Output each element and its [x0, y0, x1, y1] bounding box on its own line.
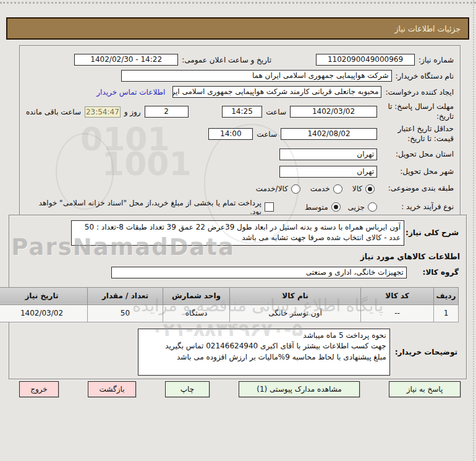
- page-title: جزئیات اطلاعات نیاز: [395, 24, 461, 33]
- classification-option-goods-service: کالا/خدمت: [256, 184, 300, 194]
- buyer-org-label: نام دستگاه خریدار:: [396, 72, 454, 80]
- classification-label: طبقه بندی موضوعی:: [385, 184, 454, 194]
- col-quantity: تعداد / مقدار: [88, 287, 163, 304]
- need-description-row: شرح کلی نیاز: آون ایرباس همراه با دسته و…: [14, 220, 461, 246]
- buyer-contact-link[interactable]: اطلاعات تماس خریدار: [96, 88, 165, 97]
- announce-datetime-label: تاریخ و ساعت اعلان عمومی:: [182, 56, 271, 64]
- response-deadline-date[interactable]: 1402/03/02: [290, 106, 377, 118]
- col-count-unit: واحد شمارش: [163, 287, 230, 304]
- view-attachments-button[interactable]: مشاهده مدارک پیوستی (1): [239, 381, 360, 397]
- buyer-notes-label: توضیحات خریدار:: [395, 348, 457, 356]
- radio-service[interactable]: [333, 184, 342, 194]
- response-deadline-time[interactable]: 14:25: [222, 106, 263, 118]
- price-validity-date[interactable]: 1402/08/02: [281, 128, 377, 140]
- product-group-value[interactable]: تجهیزات خانگی، اداری و صنعتی: [111, 267, 407, 278]
- price-validity-hour-label: ساعت: [257, 130, 277, 139]
- goods-table-row: 1 -- آون توستر خانگی دستگاه 50 1402/03/0…: [0, 304, 459, 322]
- need-number-row: شماره نیاز: 1102090049000969 تاریخ و ساع…: [26, 54, 454, 66]
- cell-quantity: 50: [88, 304, 163, 322]
- goods-info-box: شرح کلی نیاز: آون ایرباس همراه با دسته و…: [9, 215, 467, 379]
- need-number-label: شماره نیاز:: [419, 56, 454, 64]
- goods-table-header-row: ردیف کد کالا نام کالا واحد شمارش تعداد /…: [0, 287, 459, 304]
- need-description-value[interactable]: آون ایرباس همراه با دسته و بدنه استیل در…: [71, 220, 404, 246]
- radio-goods-service-label: کالا/خدمت: [256, 184, 288, 193]
- buyer-note-line: نحوه پرداخت 5 ماه میباشد: [142, 330, 386, 341]
- cell-row-number: 1: [434, 304, 459, 322]
- remaining-countdown: 23:54:47: [85, 106, 121, 118]
- province-value[interactable]: تهران: [279, 149, 377, 160]
- classification-option-goods: کالا: [352, 184, 375, 194]
- respond-button[interactable]: پاسخ به نیاز: [389, 381, 461, 397]
- need-description-label: شرح کلی نیاز:: [406, 228, 459, 237]
- process-option-minor: جزیی: [348, 202, 377, 212]
- process-type-label: نوع فرآیند خرید :: [385, 202, 454, 212]
- buyer-org-value[interactable]: شرکت هواپیمایی جمهوری اسلامی ایران هما: [121, 70, 392, 82]
- goods-section-header: اطلاعات کالاهاي مورد نیاز: [15, 252, 460, 261]
- price-validity-time[interactable]: 14:00: [208, 128, 253, 140]
- back-button[interactable]: بازگشت: [88, 381, 136, 397]
- process-type-row: نوع فرآیند خرید : جزیی متوسط پرداخت تمام…: [26, 199, 454, 216]
- need-info-box: شماره نیاز: 1102090049000969 تاریخ و ساع…: [19, 45, 461, 217]
- cell-product-name: آون توستر خانگی: [230, 304, 361, 322]
- radio-minor[interactable]: [368, 202, 377, 212]
- request-creator-label: ایجاد کننده درخواست:: [385, 88, 454, 97]
- treasury-checkbox[interactable]: [265, 202, 274, 212]
- response-deadline-label: مهلت ارسال پاسخ: تا تاریخ:: [381, 102, 454, 121]
- city-value[interactable]: تهران: [279, 166, 377, 178]
- cell-count-unit: دستگاه: [163, 304, 230, 322]
- product-group-row: گروه کالا: تجهیزات خانگی، اداری و صنعتی: [14, 267, 461, 278]
- radio-medium-label: متوسط: [305, 203, 328, 212]
- col-row-number: ردیف: [434, 287, 459, 304]
- buyer-note-line: جهت کسب اطلاعات بیشتر با آقای اکبری 0214…: [142, 341, 386, 351]
- announce-datetime-value[interactable]: 1402/02/30 - 14:22: [74, 54, 178, 66]
- response-deadline-row: مهلت ارسال پاسخ: تا تاریخ: 1402/03/02 سا…: [26, 102, 454, 121]
- cell-need-date: 1402/03/02: [0, 304, 88, 322]
- treasury-checkbox-label: پرداخت تمام یا بخشی از مبلغ خرید،از محل …: [26, 199, 261, 216]
- radio-goods-label: کالا: [352, 184, 362, 193]
- need-number-value[interactable]: 1102090049000969: [316, 54, 415, 66]
- price-validity-label: حداقل تاریخ اعتبار قیمت: تا تاریخ:: [381, 124, 454, 144]
- remaining-days-label: روز و: [124, 108, 141, 116]
- buyer-org-row: نام دستگاه خریدار: شرکت هواپیمایی جمهوری…: [26, 70, 454, 82]
- classification-row: طبقه بندی موضوعی: کالا خدمت کالا/خدمت: [26, 184, 454, 194]
- request-creator-value[interactable]: محبوبه جانعلی قربانی کارمند شرکت هواپیما…: [172, 86, 381, 98]
- col-product-code: کد کالا: [361, 287, 434, 304]
- remaining-hours-label: ساعت باقی مانده: [26, 108, 81, 116]
- product-group-label: گروه کالا:: [423, 268, 459, 277]
- remaining-days-value[interactable]: 2: [145, 106, 189, 118]
- goods-table: ردیف کد کالا نام کالا واحد شمارش تعداد /…: [0, 287, 459, 322]
- province-label: استان محل تحویل:: [381, 150, 454, 160]
- classification-option-service: خدمت: [310, 184, 342, 194]
- action-button-bar: پاسخ به نیاز مشاهده مدارک پیوستی (1) چاپ…: [15, 381, 461, 397]
- title-bar: جزئیات اطلاعات نیاز: [6, 17, 469, 40]
- page-top-dotted-border: [0, 2, 476, 4]
- radio-goods[interactable]: [365, 184, 375, 194]
- print-button[interactable]: چاپ: [165, 381, 210, 397]
- col-product-name: نام کالا: [230, 287, 361, 304]
- radio-goods-service[interactable]: [291, 184, 300, 194]
- treasury-payment-option: پرداخت تمام یا بخشی از مبلغ خرید،از محل …: [26, 199, 274, 216]
- cell-product-code: --: [361, 304, 434, 322]
- request-creator-row: ایجاد کننده درخواست: محبوبه جانعلی قربان…: [26, 86, 454, 98]
- buyer-notes-row: توضیحات خریدار: نحوه پرداخت 5 ماه میباشد…: [14, 329, 461, 376]
- col-need-date: تاریخ نیاز: [0, 287, 88, 304]
- response-deadline-hour-label: ساعت: [266, 108, 286, 116]
- process-option-medium: متوسط: [305, 202, 341, 212]
- radio-medium[interactable]: [331, 202, 341, 212]
- buyer-notes-value[interactable]: نحوه پرداخت 5 ماه میباشد جهت کسب اطلاعات…: [138, 329, 390, 376]
- exit-button[interactable]: خروج: [19, 381, 59, 397]
- city-row: شهر محل تحویل: تهران: [26, 166, 454, 178]
- buyer-note-line: مبلغ پیشنهادی با لحاظ محاسبه 9%مالیات بر…: [142, 352, 386, 363]
- province-row: استان محل تحویل: تهران: [26, 149, 454, 160]
- city-label: شهر محل تحویل:: [381, 167, 454, 177]
- radio-service-label: خدمت: [310, 184, 330, 193]
- radio-minor-label: جزیی: [348, 203, 365, 212]
- price-validity-row: حداقل تاریخ اعتبار قیمت: تا تاریخ: 1402/…: [26, 124, 454, 144]
- page-right-dotted-border: [473, 0, 474, 461]
